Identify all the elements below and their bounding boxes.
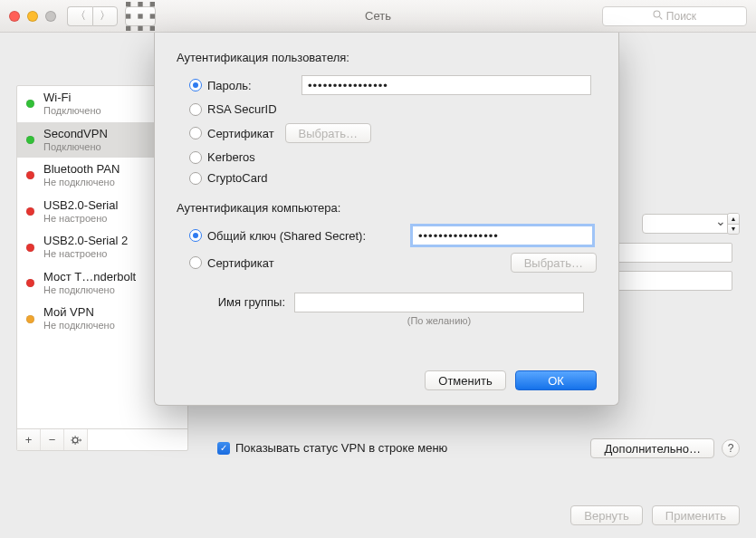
nav-back-forward: 〈 〉 [67,6,118,26]
status-dot-icon [26,136,34,144]
radio-row-cryptocard: CryptoCard [177,168,597,188]
close-window-button[interactable] [9,11,20,22]
radio-rsa-label: RSA SecurID [207,102,277,116]
radio-row-certificate: Сертификат Выбрать… [177,120,597,147]
machine-auth-heading: Аутентификация компьютера: [177,201,597,215]
radio-password[interactable] [189,79,202,91]
radio-certificate[interactable] [189,127,202,139]
group-name-label: Имя группы: [177,293,285,309]
show-all-prefs-button[interactable] [125,6,156,26]
radio-machine-cert-label: Сертификат [207,256,274,270]
radio-row-rsa: RSA SecurID [177,99,597,120]
advanced-button[interactable]: Дополнительно… [590,438,714,458]
service-status: Не подключено [43,177,120,188]
svg-line-18 [72,442,72,443]
service-labels: Wi-FiПодключено [43,91,101,117]
service-status: Подключено [43,105,101,117]
group-name-row: Имя группы: (По желанию) [177,293,597,326]
group-name-field[interactable] [294,293,584,312]
grid-icon [126,2,155,31]
service-status: Не настроено [43,248,128,260]
radio-row-shared-secret: Общий ключ (Shared Secret): ••••••••••••… [177,222,597,249]
radio-machine-cert[interactable] [189,256,202,269]
search-input[interactable]: Поиск [602,6,747,26]
underlying-field-1[interactable] [606,243,732,263]
choose-machine-cert-button[interactable]: Выбрать… [511,253,597,273]
svg-line-19 [77,437,78,437]
status-dot-icon [26,100,34,108]
apply-button[interactable]: Применить [652,505,740,525]
user-auth-heading: Аутентификация пользователя: [177,51,597,64]
service-status: Не подключено [43,284,136,296]
svg-line-16 [72,437,72,437]
config-select[interactable] [642,214,732,234]
status-dot-icon [26,315,34,323]
status-dot-icon [26,171,34,179]
status-dot-icon [26,279,34,287]
service-name: Мост T…nderbolt [43,271,136,284]
show-vpn-status-row: ✓ Показывать статус VPN в строке меню [217,441,447,455]
config-stepper[interactable]: ▲▼ [727,213,740,235]
svg-rect-5 [150,14,155,18]
password-field[interactable]: •••••••••••••••• [301,75,591,95]
service-labels: USB2.0-SerialНе настроено [43,199,118,225]
search-placeholder: Поиск [666,10,696,23]
radio-rsa[interactable] [189,103,202,116]
svg-point-11 [72,437,78,443]
ok-button[interactable]: ОК [515,370,597,390]
help-button[interactable]: ? [722,439,740,457]
gear-icon [70,434,82,447]
service-name: SecondVPN [43,128,108,141]
shared-secret-field[interactable]: •••••••••••••••• [412,226,593,245]
service-actions-button[interactable] [64,429,88,450]
sidebar-footer: + − [17,428,187,450]
service-labels: Мой VPNНе подключено [43,306,115,331]
status-dot-icon [26,244,34,252]
svg-rect-0 [126,2,130,6]
service-status: Не настроено [43,213,118,225]
radio-row-kerberos: Kerberos [177,147,597,168]
zoom-window-button[interactable] [45,11,56,22]
radio-row-machine-cert: Сертификат Выбрать… [177,249,597,276]
status-dot-icon [26,207,34,216]
svg-rect-4 [138,14,142,18]
svg-rect-1 [138,2,142,6]
service-name: Bluetooth PAN [43,163,120,177]
choose-user-cert-button[interactable]: Выбрать… [285,123,371,143]
svg-line-10 [659,16,662,19]
svg-rect-3 [126,14,130,18]
service-status: Не подключено [43,320,115,331]
service-name: USB2.0-Serial [43,199,118,213]
back-button[interactable]: 〈 [67,6,92,26]
show-vpn-status-label: Показывать статус VPN в строке меню [235,441,447,455]
radio-kerberos[interactable] [189,151,202,164]
search-icon [653,10,663,23]
svg-rect-6 [126,25,130,30]
svg-rect-7 [138,25,142,30]
svg-rect-8 [150,25,155,30]
add-service-button[interactable]: + [17,429,41,450]
svg-rect-2 [150,2,155,6]
cancel-button[interactable]: Отменить [425,370,506,390]
show-vpn-status-checkbox[interactable]: ✓ [217,442,230,455]
service-labels: USB2.0-Serial 2Не настроено [43,235,128,260]
radio-cryptocard[interactable] [189,172,202,185]
underlying-field-2[interactable] [606,271,732,291]
radio-row-password: Пароль: •••••••••••••••• [177,72,597,99]
service-name: Мой VPN [43,306,115,320]
service-name: Wi-Fi [43,91,101,105]
svg-point-9 [654,11,660,17]
window-traffic-lights [9,11,56,22]
radio-kerberos-label: Kerberos [207,150,255,164]
forward-button[interactable]: 〉 [92,6,118,26]
auth-settings-sheet: Аутентификация пользователя: Пароль: •••… [154,33,619,406]
service-labels: SecondVPNПодключено [43,128,108,153]
remove-service-button[interactable]: − [41,429,64,450]
revert-button[interactable]: Вернуть [570,505,643,525]
radio-cryptocard-label: CryptoCard [207,171,267,185]
minimize-window-button[interactable] [27,11,38,22]
radio-shared-secret[interactable] [189,229,202,242]
window-titlebar: 〈 〉 Сеть Поиск [0,0,756,33]
group-name-hint: (По желанию) [294,315,584,326]
radio-password-label: Пароль: [207,79,296,92]
